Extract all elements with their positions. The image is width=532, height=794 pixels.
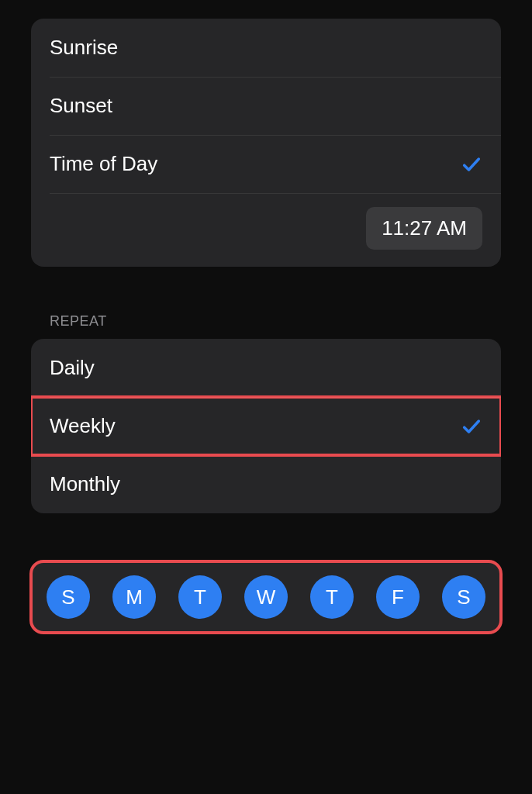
time-option-sunset[interactable]: Sunset [31,77,501,135]
day-label: S [61,585,74,609]
time-value: 11:27 AM [382,216,467,240]
day-label: F [392,585,404,609]
time-options-card: Sunrise Sunset Time of Day 11:27 AM [31,19,501,267]
day-label: M [126,585,143,609]
repeat-option-weekly[interactable]: Weekly [31,397,501,455]
day-label: T [194,585,206,609]
time-value-row: 11:27 AM [31,193,501,267]
day-button-sunday[interactable]: S [47,575,90,619]
repeat-option-daily[interactable]: Daily [31,339,501,397]
day-selector-card: S M T W T F S [31,561,501,633]
day-label: T [326,585,338,609]
checkmark-icon [461,154,482,175]
repeat-option-label: Daily [50,356,95,380]
repeat-option-label: Weekly [50,414,116,438]
time-option-label: Sunrise [50,36,118,60]
day-button-wednesday[interactable]: W [244,575,288,619]
repeat-option-monthly[interactable]: Monthly [31,455,501,513]
day-button-tuesday[interactable]: T [178,575,222,619]
time-option-label: Sunset [50,94,112,118]
day-label: S [457,585,470,609]
time-option-time-of-day[interactable]: Time of Day [31,135,501,193]
time-picker-chip[interactable]: 11:27 AM [366,207,482,250]
day-button-saturday[interactable]: S [442,575,485,619]
repeat-option-label: Monthly [50,472,120,496]
checkmark-icon [461,416,482,437]
time-option-label: Time of Day [50,152,157,176]
day-button-monday[interactable]: M [112,575,156,619]
day-button-thursday[interactable]: T [310,575,354,619]
time-option-sunrise[interactable]: Sunrise [31,19,501,77]
day-label: W [257,585,276,609]
day-button-friday[interactable]: F [376,575,420,619]
repeat-section-header: REPEAT [31,267,501,339]
repeat-options-card: Daily Weekly Monthly [31,339,501,513]
